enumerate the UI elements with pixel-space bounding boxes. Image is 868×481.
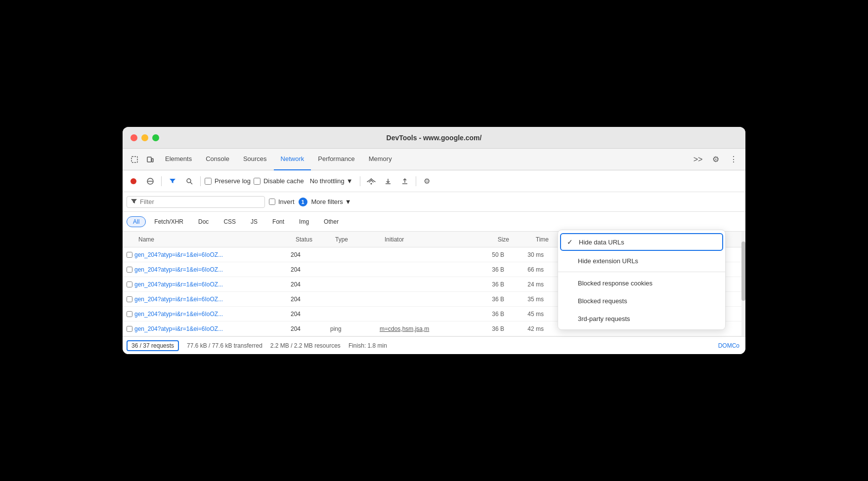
dropdown-item-blocked-response-cookies[interactable]: ✓ Blocked response cookies <box>558 274 725 292</box>
svg-rect-1 <box>147 157 151 162</box>
svg-point-8 <box>370 183 372 184</box>
row-checkbox-1[interactable] <box>123 267 132 273</box>
row-status-0: 204 <box>291 251 330 258</box>
row-size-1: 36 B <box>469 266 508 273</box>
svg-point-3 <box>130 178 136 184</box>
filter-bar: Invert 1 More filters ▼ <box>123 192 745 212</box>
header-initiator: Initiator <box>385 236 474 243</box>
row-status-3: 204 <box>291 296 330 303</box>
dropdown-item-hide-extension-urls[interactable]: ✓ Hide extension URLs <box>558 252 725 270</box>
row-name-1: gen_204?atyp=i&r=1&ei=6IoOZ... <box>132 266 291 273</box>
maximize-button[interactable] <box>152 134 159 141</box>
more-filters-button[interactable]: More filters ▼ <box>311 198 351 205</box>
row-initiator-5: m=cdos,hsm,jsa,m <box>380 325 469 332</box>
separator-2 <box>200 176 201 186</box>
network-settings-button[interactable]: ⚙ <box>420 174 434 188</box>
row-status-5: 204 <box>291 325 330 332</box>
svg-line-7 <box>190 182 192 184</box>
finish-time: Finish: 1.8 min <box>348 342 387 349</box>
tab-sources[interactable]: Sources <box>236 149 274 170</box>
separator-3 <box>360 176 360 186</box>
row-time-5: 42 ms <box>508 325 548 332</box>
tab-elements[interactable]: Elements <box>158 149 199 170</box>
row-checkbox-4[interactable] <box>123 311 132 317</box>
type-filter-js[interactable]: JS <box>244 216 264 227</box>
row-size-0: 50 B <box>469 251 508 258</box>
dropdown-item-hide-data-urls[interactable]: ✓ Hide data URLs <box>560 233 723 251</box>
disable-cache-checkbox[interactable] <box>254 178 260 185</box>
close-button[interactable] <box>130 134 137 141</box>
scrollbar-thumb[interactable] <box>741 241 745 301</box>
overflow-icon[interactable]: >> <box>690 152 706 167</box>
row-size-5: 36 B <box>469 325 508 332</box>
row-size-2: 36 B <box>469 281 508 288</box>
type-filter-all[interactable]: All <box>127 216 146 227</box>
device-icon[interactable] <box>142 152 158 167</box>
preserve-log-label[interactable]: Preserve log <box>205 177 251 185</box>
separator-4 <box>416 176 416 186</box>
header-type: Type <box>335 236 385 243</box>
type-filter-img[interactable]: Img <box>293 216 315 227</box>
dropdown-item-third-party-requests[interactable]: ✓ 3rd-party requests <box>558 310 725 327</box>
devtools-settings-icon[interactable]: ⚙ <box>708 152 724 167</box>
throttle-dropdown[interactable]: No throttling ▼ <box>307 176 356 186</box>
tab-network[interactable]: Network <box>274 149 311 170</box>
clear-button[interactable] <box>143 174 157 188</box>
row-status-2: 204 <box>291 281 330 288</box>
type-filter-css[interactable]: CSS <box>217 216 242 227</box>
row-time-4: 45 ms <box>508 311 548 318</box>
row-checkbox-0[interactable] <box>123 252 132 258</box>
scrollbar[interactable] <box>741 232 745 336</box>
separator-1 <box>161 176 162 186</box>
type-filter-doc[interactable]: Doc <box>192 216 215 227</box>
filter-button[interactable] <box>166 174 179 188</box>
tab-memory[interactable]: Memory <box>362 149 399 170</box>
dropdown-divider <box>558 272 725 272</box>
type-filter-font[interactable]: Font <box>266 216 291 227</box>
row-checkbox-3[interactable] <box>123 296 132 302</box>
header-status: Status <box>296 236 335 243</box>
row-name-4: gen_204?atyp=i&r=1&ei=6IoOZ... <box>132 311 291 318</box>
row-checkbox-2[interactable] <box>123 281 132 287</box>
type-filters: All Fetch/XHR Doc CSS JS Font Img Other … <box>123 212 745 232</box>
row-status-1: 204 <box>291 266 330 273</box>
row-time-2: 24 ms <box>508 281 548 288</box>
svg-rect-2 <box>152 159 153 162</box>
row-size-4: 36 B <box>469 311 508 318</box>
minimize-button[interactable] <box>141 134 148 141</box>
filter-input-wrap <box>127 196 265 208</box>
stop-recording-button[interactable] <box>127 174 140 188</box>
row-name-3: gen_204?atyp=i&r=1&ei=6IoOZ... <box>132 296 291 303</box>
header-name: Name <box>123 236 296 243</box>
tab-actions: >> ⚙ ⋮ <box>690 152 741 167</box>
type-filter-fetch-xhr[interactable]: Fetch/XHR <box>148 216 190 227</box>
header-size: Size <box>474 236 513 243</box>
search-button[interactable] <box>182 174 196 188</box>
tab-performance[interactable]: Performance <box>311 149 361 170</box>
invert-label[interactable]: Invert <box>269 198 295 205</box>
svg-rect-0 <box>131 157 137 162</box>
devtools-more-icon[interactable]: ⋮ <box>726 152 741 167</box>
cursor-icon[interactable] <box>127 152 142 167</box>
window-title: DevTools - www.google.com/ <box>387 134 482 142</box>
requests-count: 36 / 37 requests <box>127 340 179 351</box>
more-filters-dropdown: ✓ Hide data URLs ✓ Hide extension URLs ✓… <box>558 230 726 330</box>
network-conditions-button[interactable] <box>364 174 378 188</box>
import-button[interactable] <box>381 174 395 188</box>
row-time-3: 35 ms <box>508 296 548 303</box>
row-name-2: gen_204?atyp=i&r=1&ei=6IoOZ... <box>132 281 291 288</box>
tabs-bar: Elements Console Sources Network Perform… <box>123 149 745 170</box>
invert-checkbox[interactable] <box>269 199 275 205</box>
transferred-stat: 77.6 kB / 77.6 kB transferred <box>187 342 262 349</box>
type-filter-other[interactable]: Other <box>317 216 345 227</box>
title-bar: DevTools - www.google.com/ <box>123 127 745 149</box>
disable-cache-label[interactable]: Disable cache <box>254 177 304 185</box>
tab-console[interactable]: Console <box>199 149 236 170</box>
dropdown-item-blocked-requests[interactable]: ✓ Blocked requests <box>558 292 725 310</box>
filter-input[interactable] <box>140 198 239 205</box>
row-checkbox-5[interactable] <box>123 326 132 332</box>
row-size-3: 36 B <box>469 296 508 303</box>
row-status-4: 204 <box>291 311 330 318</box>
export-button[interactable] <box>398 174 412 188</box>
preserve-log-checkbox[interactable] <box>205 178 212 185</box>
